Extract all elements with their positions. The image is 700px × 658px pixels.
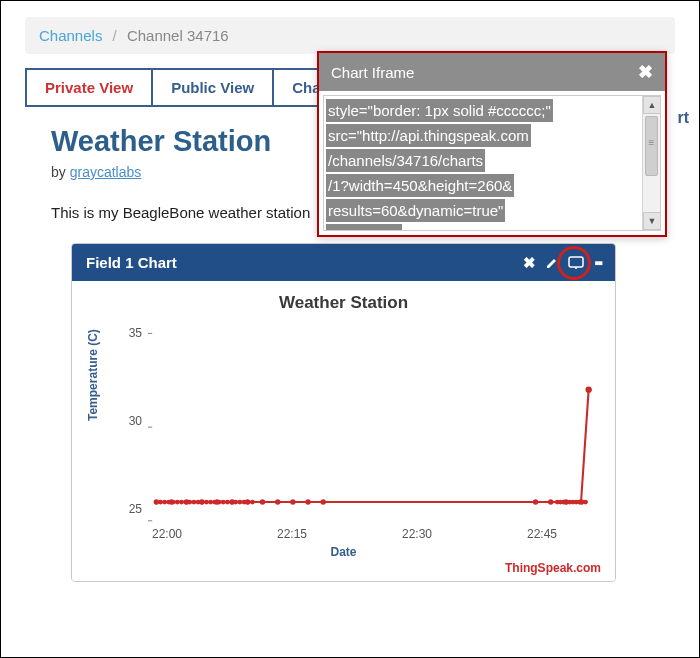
dialog-title: Chart Iframe	[331, 64, 638, 81]
tab-public-view[interactable]: Public View	[151, 68, 272, 107]
breadcrumb-separator: /	[113, 27, 117, 44]
svg-point-30	[548, 499, 553, 504]
x-tick: 22:30	[402, 527, 432, 541]
y-tick: 25	[122, 502, 142, 516]
svg-point-44	[196, 500, 201, 505]
code-line: ></iframe>	[326, 224, 402, 231]
svg-point-38	[171, 500, 176, 505]
iframe-code-textarea[interactable]: style="border: 1px solid #cccccc;" src="…	[323, 95, 661, 231]
svg-point-43	[192, 500, 197, 505]
svg-point-51	[225, 500, 230, 505]
scrollbar-thumb[interactable]	[645, 116, 658, 176]
x-tick: 22:00	[152, 527, 182, 541]
svg-point-14	[305, 499, 310, 504]
svg-point-15	[320, 499, 325, 504]
chart-panel-header: Field 1 Chart ✖ ▪▪	[72, 244, 615, 281]
scroll-down-icon[interactable]: ▼	[643, 212, 661, 230]
tab-fragment-right: rt	[675, 109, 691, 127]
y-tick: 35	[122, 326, 142, 340]
svg-point-56	[246, 500, 251, 505]
svg-point-68	[586, 386, 592, 392]
svg-point-12	[275, 499, 280, 504]
svg-point-52	[229, 500, 234, 505]
chart-panel-title: Field 1 Chart	[86, 254, 177, 271]
svg-point-67	[583, 500, 588, 505]
svg-point-45	[200, 500, 205, 505]
y-tick: 30	[122, 414, 142, 428]
code-line: /1?width=450&height=260&	[326, 174, 514, 197]
svg-rect-0	[569, 257, 583, 267]
tab-private-view[interactable]: Private View	[25, 68, 151, 107]
svg-point-49	[217, 500, 222, 505]
svg-point-41	[183, 500, 188, 505]
field1-chart-panel: Field 1 Chart ✖ ▪▪ Weather Station Tempe…	[71, 243, 616, 582]
svg-point-39	[175, 500, 180, 505]
code-line: style="border: 1px solid #cccccc;"	[326, 99, 553, 122]
chart-credit: ThingSpeak.com	[505, 561, 601, 575]
embed-code-icon[interactable]	[568, 256, 584, 270]
x-tick: 22:45	[527, 527, 557, 541]
scroll-up-icon[interactable]: ▲	[643, 96, 661, 114]
svg-point-57	[250, 500, 255, 505]
chart-iframe-dialog: Chart Iframe ✖ style="border: 1px solid …	[317, 51, 667, 237]
svg-point-55	[242, 500, 247, 505]
svg-point-36	[162, 500, 167, 505]
svg-point-11	[260, 499, 265, 504]
svg-point-42	[187, 500, 192, 505]
author-link[interactable]: graycatlabs	[70, 164, 142, 180]
svg-point-34	[154, 500, 159, 505]
code-line: results=60&dynamic=true"	[326, 199, 505, 222]
breadcrumb: Channels / Channel 34716	[25, 17, 675, 54]
close-icon[interactable]: ✖	[523, 255, 536, 270]
plot-area	[148, 325, 597, 525]
chart-svg	[148, 325, 597, 525]
chart-body: Weather Station Temperature (C) 35 30 25…	[72, 281, 615, 581]
svg-point-37	[166, 500, 171, 505]
svg-point-40	[179, 500, 184, 505]
svg-point-48	[212, 500, 217, 505]
scrollbar-track[interactable]: ▲ ▼	[642, 96, 660, 230]
more-icon[interactable]: ▪▪	[594, 255, 601, 270]
svg-point-47	[208, 500, 213, 505]
dialog-header[interactable]: Chart Iframe ✖	[319, 53, 665, 91]
by-prefix: by	[51, 164, 70, 180]
chart-title: Weather Station	[86, 293, 601, 313]
edit-icon[interactable]	[546, 257, 558, 269]
code-line: src="http://api.thingspeak.com	[326, 124, 531, 147]
breadcrumb-current: Channel 34716	[127, 27, 229, 44]
close-icon[interactable]: ✖	[638, 61, 653, 83]
x-axis-label: Date	[72, 545, 615, 559]
svg-point-54	[237, 500, 242, 505]
svg-point-29	[533, 499, 538, 504]
svg-point-35	[158, 500, 163, 505]
code-line: /channels/34716/charts	[326, 149, 485, 172]
x-tick: 22:15	[277, 527, 307, 541]
svg-point-53	[233, 500, 238, 505]
svg-point-50	[221, 500, 226, 505]
svg-point-13	[290, 499, 295, 504]
y-axis-label: Temperature (C)	[86, 329, 100, 421]
breadcrumb-root-link[interactable]: Channels	[39, 27, 102, 44]
dialog-body: style="border: 1px solid #cccccc;" src="…	[319, 91, 665, 235]
svg-point-46	[204, 500, 209, 505]
